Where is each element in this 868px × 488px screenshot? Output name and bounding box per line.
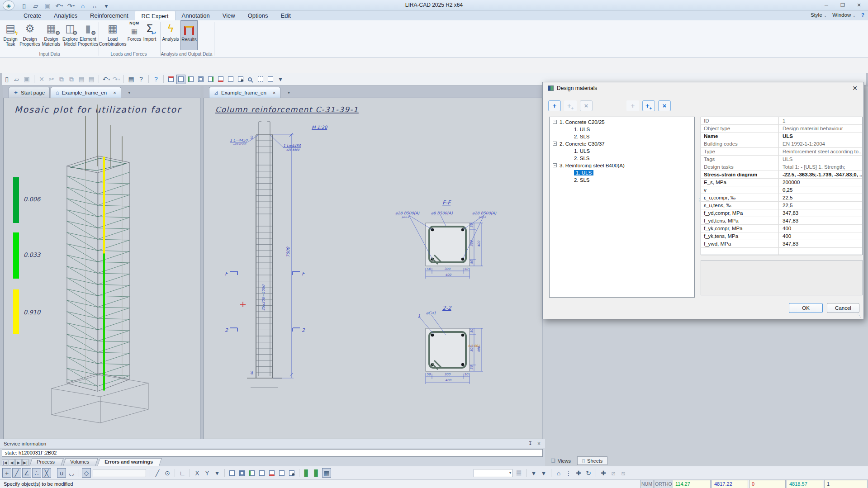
ribbon-tab-reinforcement[interactable]: Reinforcement (84, 11, 135, 20)
design-materials-button[interactable]: ▦⚙Design Materials (41, 20, 62, 50)
draw-order-icon[interactable]: ⧄ (609, 468, 618, 478)
view-refresh-icon[interactable] (266, 75, 275, 84)
results-button[interactable]: Results (180, 20, 198, 50)
open-folder-icon[interactable]: ▱ (12, 75, 21, 84)
tree-item-2-sls[interactable]: 2. SLS (550, 133, 694, 140)
property-row-f-yd-tens-mpa[interactable]: f_yd,tens, MPa347,83 (701, 217, 862, 225)
prev-page-icon[interactable]: ◀ (9, 459, 15, 466)
cut-icon[interactable]: ✂ (47, 75, 56, 84)
coordinate-field[interactable]: 114.27 (673, 480, 711, 488)
service-tab-process[interactable]: Process (29, 458, 63, 466)
zoom-fragment-icon[interactable] (246, 75, 255, 84)
undo-icon[interactable]: ↶▾ (102, 75, 111, 84)
ribbon-tab-create[interactable]: Create (17, 11, 47, 20)
view-new-window-icon[interactable] (166, 75, 175, 84)
view-brackets-icon[interactable] (256, 75, 265, 84)
mosaic-plot-pane[interactable]: Mosaic plot for utilization factor 0.006… (3, 98, 200, 439)
view-pointer-icon[interactable] (236, 75, 245, 84)
property-row-building-codes[interactable]: Building codesEN 1992-1-1:2004 (701, 140, 862, 148)
property-row-f-ywd-mpa[interactable]: f_ywd, MPa347,83 (701, 240, 862, 248)
coordinate-field[interactable]: 4818.57 (787, 480, 823, 488)
delete-icon[interactable]: ✕ (37, 75, 46, 84)
property-row-e-s-mpa[interactable]: E_s, MPa200000 (701, 179, 862, 186)
property-row-type[interactable]: TypeReinforcement steel according to... (701, 148, 862, 156)
copy-behaviour-button[interactable]: ++ (642, 100, 655, 111)
save-icon[interactable]: ▣ (22, 75, 31, 84)
scale-combo[interactable]: ▾ (474, 469, 512, 477)
copy-material-button[interactable]: ++ (564, 100, 577, 111)
new-file-icon[interactable]: ▯ (2, 75, 11, 84)
first-page-icon[interactable]: |◀ (2, 459, 8, 466)
design-task-button[interactable]: ▤ϟDesign Task (2, 20, 19, 50)
property-row-id[interactable]: ID1 (701, 117, 862, 125)
display-box-7-icon[interactable] (287, 468, 296, 478)
filter-selection-icon[interactable]: ▼ (529, 468, 538, 478)
view-frame-icon[interactable] (196, 75, 205, 84)
workplane-icon[interactable]: ◇ (82, 468, 91, 478)
snap-line-icon[interactable]: ╱ (12, 468, 21, 478)
close-button[interactable]: ✕ (851, 0, 867, 10)
maximize-button[interactable]: ❐ (835, 0, 851, 10)
coordinate-field[interactable]: 0 (749, 480, 786, 488)
list-icon[interactable]: ☰ (514, 468, 523, 478)
tab-list-dropdown-icon[interactable]: ▾ (288, 90, 290, 95)
property-row-f-yd-compr-mpa[interactable]: f_yd,compr, MPa347,83 (701, 209, 862, 217)
collapse-icon[interactable]: − (553, 163, 557, 167)
circle-icon[interactable]: ⊙ (163, 468, 172, 478)
element-properties-button[interactable]: ▮⚙Element Properties (79, 20, 97, 50)
add-material-button[interactable]: + (548, 100, 561, 111)
window-menu[interactable]: Window ⌄ (832, 12, 856, 18)
view-red-bottom-icon[interactable] (216, 75, 225, 84)
properties-table[interactable]: ID1Object typeDesign material behaviourN… (701, 117, 863, 255)
add-behaviour-button[interactable]: + (626, 100, 639, 111)
service-tab-errors-and-warnings[interactable]: Errors and warnings (97, 458, 162, 466)
property-row-design-tasks[interactable]: Design tasksTotal 1: - [ULS] 1. Strength… (701, 163, 862, 171)
document-tab-start-page[interactable]: ✦Start page (9, 87, 50, 98)
analysis-button[interactable]: ϟAnalysis (161, 20, 180, 50)
property-row-tags[interactable]: TagsULS (701, 156, 862, 163)
tree-item-2-sls[interactable]: 2. SLS (550, 176, 694, 184)
copy-icon[interactable]: ⧉ (57, 75, 66, 84)
import-button[interactable]: Σ↩Import (142, 20, 157, 50)
tree-item-3-reinforcing-steel-b400-a[interactable]: −3. Reinforcing steel B400(A) (550, 162, 694, 169)
more-dots-icon[interactable]: ⋮ (564, 468, 573, 478)
dialog-title-bar[interactable]: Design materials ✕ (543, 82, 863, 94)
redo-icon[interactable]: ↷▾ (112, 75, 121, 84)
copy-properties-icon[interactable]: ⧉ (67, 75, 76, 84)
book-green-icon[interactable]: ▊ (302, 468, 311, 478)
next-page-icon[interactable]: ▶ (15, 459, 22, 466)
pin-icon[interactable]: ↧ (528, 441, 532, 446)
tree-item-1-uls[interactable]: 1. ULS (550, 147, 694, 155)
tree-item-1-uls[interactable]: 1. ULS (550, 126, 694, 133)
close-tab-icon[interactable]: × (273, 90, 275, 95)
table-grid-icon[interactable]: ▦ (322, 468, 331, 478)
whats-this-icon[interactable]: ? (137, 75, 146, 84)
ribbon-tab-annotation[interactable]: Annotation (175, 11, 216, 20)
delete-material-button[interactable]: × (580, 100, 593, 111)
tree-item-2-concrete-c30-37[interactable]: −2. Concrete C30/37 (550, 140, 694, 147)
print-icon[interactable]: ▤ (127, 75, 136, 84)
help-icon[interactable]: ? (152, 75, 161, 84)
design-materials-dialog[interactable]: Design materials ✕ −1. Concrete C20/251.… (542, 82, 864, 319)
tab-views[interactable]: ❏Views (546, 457, 575, 464)
ribbon-tab-edit[interactable]: Edit (275, 11, 297, 20)
minimize-button[interactable]: ─ (818, 0, 835, 10)
ucs-more-icon[interactable]: ▾ (213, 468, 222, 478)
collapse-icon[interactable]: − (553, 120, 557, 124)
coordinate-field[interactable]: 4817.22 (711, 480, 748, 488)
display-box-6-icon[interactable] (277, 468, 286, 478)
unlock-icon[interactable]: ◡ (67, 468, 76, 478)
paste-icon[interactable]: ▤ (77, 75, 86, 84)
apply-home-icon[interactable]: ⌂ (554, 468, 563, 478)
toggle-num[interactable]: NUM (640, 480, 654, 488)
load-combinations-button[interactable]: ▦Load Combinations (99, 20, 127, 50)
tree-item-2-sls[interactable]: 2. SLS (550, 155, 694, 162)
display-box-5-icon[interactable] (267, 468, 276, 478)
tab-sheets[interactable]: ▯Sheets (577, 456, 607, 465)
materials-tree[interactable]: −1. Concrete C20/251. ULS2. SLS−2. Concr… (549, 117, 695, 298)
draw-order-2-icon[interactable]: ⧅ (619, 468, 628, 478)
close-tab-icon[interactable]: × (113, 90, 116, 95)
property-row-f-yk-compr-mpa[interactable]: f_yk,compr, MPa400 (701, 225, 862, 232)
book-green-2-icon[interactable]: ▊ (312, 468, 321, 478)
line-icon[interactable]: ╱ (153, 468, 162, 478)
